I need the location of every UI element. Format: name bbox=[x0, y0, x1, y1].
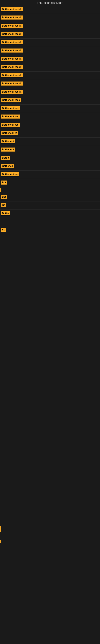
result-row: Bottleneck result bbox=[0, 64, 100, 72]
bottleneck-badge: Bottleneck res bbox=[1, 172, 19, 176]
bottleneck-badge: Bottleneck result bbox=[1, 65, 23, 69]
result-row bbox=[0, 218, 100, 226]
result-row: Bottleneck result bbox=[0, 55, 100, 64]
bottleneck-badge: Bo bbox=[1, 228, 6, 232]
result-row: Bottleneck re bbox=[0, 130, 100, 138]
bottleneck-badge: Bottleneck re bbox=[1, 131, 18, 135]
result-row: Bottleneck res bbox=[0, 171, 100, 179]
result-row: Bottleneck result bbox=[0, 22, 100, 30]
bottleneck-badge: Bottleneck result bbox=[1, 7, 23, 11]
result-row: Bo bbox=[0, 226, 100, 234]
result-row: Bottle bbox=[0, 154, 100, 162]
bottleneck-badge: Bottleneck bbox=[1, 139, 15, 143]
bottleneck-badge: Bottleneck res bbox=[1, 123, 20, 127]
result-row: Bottleneck result bbox=[0, 6, 100, 14]
bottleneck-badge: Bottleneck resu bbox=[1, 98, 21, 102]
bottleneck-badge: Bottleneck result bbox=[1, 32, 23, 36]
bottom-section bbox=[0, 516, 100, 596]
final-space bbox=[0, 596, 100, 644]
bottleneck-badge: Bo bbox=[1, 203, 6, 207]
result-row: Bottleneck result bbox=[0, 30, 100, 39]
bottleneck-badge: Bottleneck result bbox=[1, 16, 23, 20]
site-title: TheBottlenecker.com bbox=[0, 0, 100, 5]
result-row bbox=[0, 187, 100, 193]
result-row: Bottleneck result bbox=[0, 80, 100, 88]
bottleneck-badge: Bottleneck result bbox=[1, 73, 23, 77]
empty-space-2 bbox=[0, 355, 100, 516]
bottleneck-badge: Bottlenec bbox=[1, 164, 14, 168]
bottleneck-badge: Bottleneck bbox=[1, 148, 15, 152]
result-row: Bottleneck result bbox=[0, 47, 100, 55]
bottleneck-badge: Bottleneck result bbox=[1, 90, 23, 94]
bottleneck-badge: Bottle bbox=[1, 156, 10, 160]
bottleneck-badge: Bottleneck result bbox=[1, 40, 23, 44]
bottleneck-badge: Bottleneck result bbox=[1, 48, 23, 52]
result-row: Bottleneck res bbox=[0, 105, 100, 113]
bottleneck-badge: Bottleneck result bbox=[1, 57, 23, 61]
bottleneck-badge: Bottleneck result bbox=[1, 24, 23, 28]
bottleneck-badge: Bottle bbox=[1, 211, 10, 215]
bottleneck-badge: Bottleneck res bbox=[1, 114, 20, 118]
result-row: Bottleneck result bbox=[0, 14, 100, 22]
vertical-bar-indicator bbox=[0, 188, 0, 192]
result-row: Bottleneck resu bbox=[0, 96, 100, 105]
result-row: Bottle bbox=[0, 210, 100, 218]
bottleneck-badge: Bottleneck result bbox=[1, 82, 23, 86]
result-row: Bot bbox=[0, 193, 100, 202]
empty-space bbox=[0, 234, 100, 355]
result-row: Bottleneck result bbox=[0, 72, 100, 80]
result-row: Bottleneck res bbox=[0, 121, 100, 130]
bottleneck-badge: Bottleneck res bbox=[1, 106, 20, 110]
result-row: Bottlenec bbox=[0, 162, 100, 171]
page-container: TheBottlenecker.com Bottleneck result Bo… bbox=[0, 0, 100, 644]
result-row: Bot bbox=[0, 179, 100, 187]
bottleneck-badge: Bot bbox=[1, 195, 7, 199]
result-row: Bo bbox=[0, 202, 100, 210]
result-row: Bottleneck bbox=[0, 138, 100, 146]
vertical-bar-bottom-2 bbox=[0, 540, 1, 543]
result-row: Bottleneck res bbox=[0, 113, 100, 121]
result-row: Bottleneck bbox=[0, 146, 100, 154]
vertical-bar-bottom-1 bbox=[0, 526, 0, 532]
bottleneck-badge: Bot bbox=[1, 180, 7, 184]
result-row: Bottleneck result bbox=[0, 88, 100, 96]
result-row: Bottleneck result bbox=[0, 39, 100, 47]
